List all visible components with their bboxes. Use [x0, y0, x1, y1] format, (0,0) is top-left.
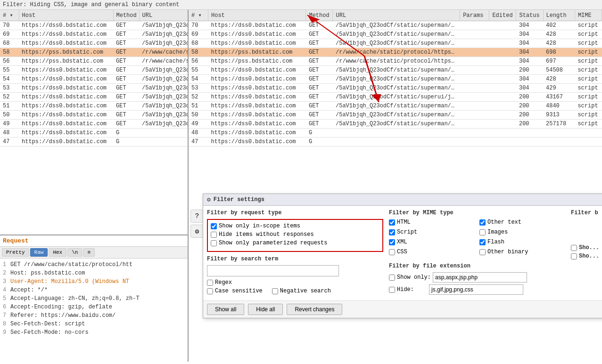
table-row[interactable]: 51https://dss0.bdstatic.comGET/5aV1bjqh_…: [0, 102, 188, 111]
mime-other-text-input[interactable]: [479, 219, 486, 226]
col-method[interactable]: Method: [113, 10, 139, 21]
table-row[interactable]: 58https://pss.bdstatic.comGET/r/www/cach…: [189, 48, 602, 57]
mime-script-input[interactable]: [389, 229, 395, 235]
show-all-button[interactable]: Show all: [207, 304, 244, 315]
table-row[interactable]: 50https://dss0.bdstatic.comGET/5aV1bjqh_…: [0, 111, 188, 120]
table-row[interactable]: 50https://dss0.bdstatic.comGET/5aV1bjqh_…: [189, 111, 602, 120]
table-row[interactable]: 55https://dss0.bdstatic.comGET/5aV1bjqh_…: [0, 66, 188, 75]
checkbox-negative-input[interactable]: [272, 288, 278, 294]
tab-pretty[interactable]: Pretty: [2, 248, 29, 257]
tab-menu[interactable]: ≡: [83, 248, 95, 257]
ext-hide-input[interactable]: [429, 284, 523, 295]
filter-right-col: Filter by MIME type HTML Other text S: [389, 210, 565, 297]
table-row[interactable]: 48https://dss0.bdstatic.comG: [0, 129, 188, 138]
mime-html: HTML: [389, 219, 475, 226]
right-side: # ▾ Host Method URL Params Edited Status…: [189, 10, 602, 362]
checkbox-case-sensitive: Case sensitive: [207, 288, 263, 294]
ext-hide-checkbox[interactable]: [389, 287, 395, 293]
request-content: 1 GET /r/www/cache/static/protocol/htt2 …: [0, 259, 188, 362]
checkbox-hide-no-resp-input[interactable]: [211, 232, 217, 238]
table-row[interactable]: 52https://dss0.bdstatic.comGET/5aV1bjqh_…: [0, 93, 188, 102]
table-header-row: # ▾ Host Method URL Params Edited Status…: [0, 10, 188, 21]
table-row[interactable]: 52https://dss0.bdstatic.comGET/5aV1bjqh_…: [189, 93, 602, 102]
filter-b-title: Filter b: [571, 210, 602, 216]
search-term-input[interactable]: [207, 265, 339, 276]
table-container[interactable]: # ▾ Host Method URL Params Edited Status…: [0, 10, 188, 235]
filter-bar: Filter: Hiding CSS, image and general bi…: [0, 0, 602, 10]
mime-css-input[interactable]: [389, 249, 395, 255]
filter-b-show-input[interactable]: [571, 245, 577, 251]
question-icon-btn[interactable]: ?: [190, 210, 204, 223]
checkbox-regex-label: Regex: [215, 279, 232, 286]
table-row[interactable]: 70https://dss0.bdstatic.comGET/5aV1bjqh_…: [189, 21, 602, 30]
checkbox-regex: Regex: [207, 279, 383, 286]
table-row[interactable]: 48https://dss0.bdstatic.comG: [189, 129, 602, 138]
filter-settings-panel: ⚙ Filter settings Filter by request type…: [203, 194, 602, 318]
revert-changes-button[interactable]: Revert changes: [287, 304, 342, 315]
table-row[interactable]: 69https://dss0.bdstatic.comGET/5aV1bjqh_…: [0, 30, 188, 39]
table-row[interactable]: 49https://dss0.bdstatic.comGET/5aV1bjqh_…: [189, 120, 602, 129]
table-row[interactable]: 49https://dss0.bdstatic.comGET/5aV1bjqh_…: [0, 120, 188, 129]
rcol-status[interactable]: Status: [516, 10, 543, 21]
table-row[interactable]: 58https://pss.bdstatic.comGET/r/www/cach…: [0, 48, 188, 57]
rcol-host[interactable]: Host: [208, 10, 305, 21]
filter-left-col: Filter by request type Show only in-scop…: [207, 210, 383, 297]
question-icon: ?: [195, 212, 199, 220]
request-title: Request: [0, 235, 188, 247]
table-row[interactable]: 56https://pss.bdstatic.comGET/r/www/cach…: [0, 57, 188, 66]
checkbox-only-params: Show only parameterized requests: [211, 240, 379, 246]
table-row[interactable]: 68https://dss0.bdstatic.comGET/5aV1bjqh_…: [189, 39, 602, 48]
filter-settings-body: Filter by request type Show only in-scop…: [203, 206, 602, 300]
table-row[interactable]: 68https://dss0.bdstatic.comGET/5aV1bjqh_…: [0, 39, 188, 48]
checkbox-only-params-input[interactable]: [211, 240, 217, 246]
table-row[interactable]: 56https://pss.bdstatic.comGET/r/www/cach…: [189, 57, 602, 66]
table-row[interactable]: 47https://dss0.bdstatic.comG: [189, 138, 602, 146]
ext-hide-row: Hide:: [389, 284, 565, 295]
rcol-num[interactable]: # ▾: [189, 10, 208, 21]
table-row[interactable]: 54https://dss0.bdstatic.comGET/5aV1bjqh_…: [0, 75, 188, 84]
mime-flash-label: Flash: [487, 239, 504, 245]
checkbox-case-input[interactable]: [207, 288, 213, 294]
col-url[interactable]: URL: [139, 10, 188, 21]
mime-other-binary-input[interactable]: [479, 249, 486, 255]
checkbox-only-params-label: Show only parameterized requests: [219, 240, 327, 246]
table-row[interactable]: 69https://dss0.bdstatic.comGET/5aV1bjqh_…: [189, 30, 602, 39]
checkbox-in-scope-input[interactable]: [211, 223, 217, 229]
title-gear-icon: ⚙: [207, 196, 211, 203]
request-tabs: Pretty Raw Hex \n ≡: [0, 247, 188, 259]
rcol-length[interactable]: Length: [543, 10, 575, 21]
table-row[interactable]: 54https://dss0.bdstatic.comGET/5aV1bjqh_…: [189, 75, 602, 84]
tab-raw[interactable]: Raw: [30, 248, 48, 257]
filter-b-sho2-input[interactable]: [571, 253, 577, 259]
col-num[interactable]: # ▾: [0, 10, 19, 21]
rcol-params[interactable]: Params: [460, 10, 489, 21]
mime-images-label: Images: [487, 229, 508, 235]
ext-show-only-input[interactable]: [433, 272, 527, 283]
table-row[interactable]: 55https://dss0.bdstatic.comGET/5aV1bjqh_…: [189, 66, 602, 75]
mime-images-input[interactable]: [479, 229, 486, 235]
rcol-edited[interactable]: Edited: [489, 10, 516, 21]
rcol-mime[interactable]: MIME: [575, 10, 602, 21]
mime-html-input[interactable]: [389, 219, 395, 226]
filter-settings-title-text: Filter settings: [214, 196, 264, 203]
rcol-url[interactable]: URL: [333, 10, 460, 21]
tab-newline[interactable]: \n: [67, 248, 82, 257]
checkbox-negative-label: Negative search: [280, 288, 331, 294]
checkbox-regex-input[interactable]: [207, 280, 213, 286]
mime-flash-input[interactable]: [479, 239, 486, 245]
gear-icon-btn[interactable]: ⚙: [190, 225, 204, 238]
request-line: 8 Sec-Fetch-Dest: script: [3, 320, 185, 328]
rcol-method[interactable]: Method: [306, 10, 333, 21]
table-row[interactable]: 70https://dss0.bdstatic.comGET/5aV1bjqh_…: [0, 21, 188, 30]
hide-all-button[interactable]: Hide all: [248, 304, 283, 315]
table-row[interactable]: 51https://dss0.bdstatic.comGET/5aV1bjqh_…: [189, 102, 602, 111]
col-host[interactable]: Host: [19, 10, 113, 21]
ext-show-only-checkbox[interactable]: [389, 275, 395, 281]
table-row[interactable]: 53https://dss0.bdstatic.comGET/5aV1bjqh_…: [189, 84, 602, 93]
table-row[interactable]: 53https://dss0.bdstatic.comGET/5aV1bjqh_…: [0, 84, 188, 93]
mime-xml-input[interactable]: [389, 239, 395, 245]
filter-mime-title: Filter by MIME type: [389, 210, 565, 216]
mime-html-label: HTML: [397, 219, 411, 226]
table-row[interactable]: 47https://dss0.bdstatic.comG: [0, 138, 188, 146]
tab-hex[interactable]: Hex: [49, 248, 66, 257]
